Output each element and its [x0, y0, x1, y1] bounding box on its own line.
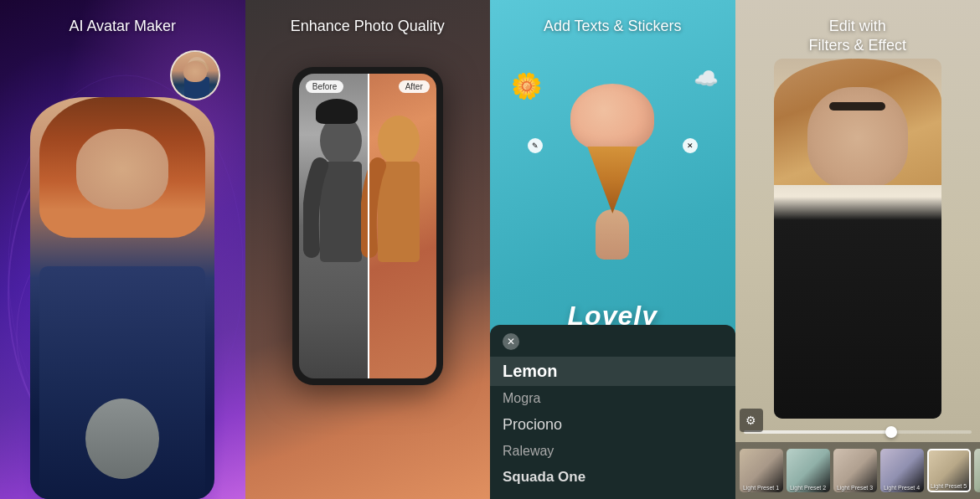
panel-enhance-quality: Enhance Photo Quality — [245, 0, 491, 499]
filter-thumb-1[interactable]: Light Preset 1 — [740, 449, 783, 492]
daisy-sticker: 🌼 — [511, 71, 542, 100]
panel-ai-avatar: AI Avatar Maker — [0, 0, 245, 499]
figure-chest-piece — [85, 399, 159, 479]
settings-icon[interactable]: ⚙ — [740, 409, 763, 432]
figure-body — [30, 97, 214, 499]
filter-slider[interactable] — [744, 430, 972, 434]
filter-thumb-2[interactable]: Light Preset 2 — [787, 449, 830, 492]
panel-filters-effects: Edit with Filters & Effect ⚙ Light Prese… — [735, 0, 981, 499]
woman-face — [807, 87, 908, 188]
hand — [596, 209, 629, 260]
filter-slider-fill — [744, 430, 892, 434]
avatar-thumbnail — [170, 50, 220, 100]
ice-cream-cone — [587, 147, 637, 213]
after-person — [361, 99, 436, 350]
handle-top-left: ✎ — [528, 138, 543, 153]
hair-detail — [316, 99, 358, 124]
panel-3-content: Add Texts & Stickers 🌼 ☁️ Lovely ✎ ✕ ↩ ⤡… — [490, 0, 735, 499]
before-after-divider — [368, 74, 369, 378]
filter-4-label: Light Preset 4 — [880, 485, 924, 491]
filter-slider-thumb — [885, 426, 897, 438]
svg-point-10 — [378, 116, 420, 166]
filter-6-label: Light — [974, 485, 981, 491]
avatar-face — [172, 52, 219, 99]
svg-rect-6 — [184, 77, 209, 100]
font-item-mogra[interactable]: Mogra — [490, 386, 735, 411]
filter-1-label: Light Preset 1 — [740, 485, 783, 491]
ice-cream-scoop — [570, 84, 654, 151]
filter-5-label: Light Preset 5 — [929, 483, 969, 489]
panel-2-title: Enhance Photo Quality — [282, 0, 453, 44]
handle-top-right: ✕ — [683, 138, 698, 153]
panel-1-title: AI Avatar Maker — [60, 0, 184, 44]
after-label: After — [399, 80, 430, 93]
main-avatar-figure — [30, 97, 214, 499]
filter-thumb-5[interactable]: Light Preset 5 — [927, 449, 971, 492]
font-item-squada[interactable]: Squada One — [490, 464, 735, 491]
panel-4-content: Edit with Filters & Effect ⚙ Light Prese… — [735, 0, 981, 499]
ice-cream — [570, 84, 654, 260]
svg-rect-9 — [320, 162, 362, 262]
woman-body — [774, 185, 941, 419]
panel-3-title: Add Texts & Stickers — [535, 0, 690, 44]
filter-bar: Light Preset 1 Light Preset 2 Light Pres… — [735, 442, 981, 499]
filter-thumb-4[interactable]: Light Preset 4 — [880, 449, 924, 492]
font-item-prociono[interactable]: Prociono — [490, 411, 735, 439]
panel-4-title-line2: Filters & Effect — [808, 37, 906, 54]
before-label: Before — [306, 80, 343, 93]
font-item-lemon[interactable]: Lemon — [490, 357, 735, 386]
svg-rect-11 — [378, 162, 420, 262]
filter-thumb-3[interactable]: Light Preset 3 — [833, 449, 877, 492]
svg-point-7 — [185, 60, 209, 77]
font-item-raleway[interactable]: Raleway — [490, 439, 735, 464]
cloud-sticker: ☁️ — [694, 67, 719, 90]
font-panel-close[interactable]: ✕ — [503, 333, 519, 350]
figure-face — [76, 129, 168, 209]
panel-4-title: Edit with Filters & Effect — [800, 0, 915, 64]
panel-4-title-line1: Edit with — [829, 18, 886, 34]
filter-3-label: Light Preset 3 — [833, 485, 877, 491]
filter-thumb-6[interactable]: Light — [974, 449, 981, 492]
woman-sunglasses — [829, 102, 885, 111]
font-panel[interactable]: ✕ Lemon Mogra Prociono Raleway Squada On… — [490, 325, 735, 499]
filter-2-label: Light Preset 2 — [787, 485, 830, 491]
panel-2-content: Enhance Photo Quality — [245, 0, 491, 499]
avatar-face-svg — [172, 52, 220, 100]
panel-texts-stickers: Add Texts & Stickers 🌼 ☁️ Lovely ✎ ✕ ↩ ⤡… — [490, 0, 735, 499]
phone-mockup: Before After — [292, 67, 443, 385]
after-half — [368, 74, 436, 378]
font-panel-header: ✕ — [490, 333, 735, 357]
woman-figure — [774, 59, 941, 419]
phone-screen: Before After — [299, 74, 436, 378]
